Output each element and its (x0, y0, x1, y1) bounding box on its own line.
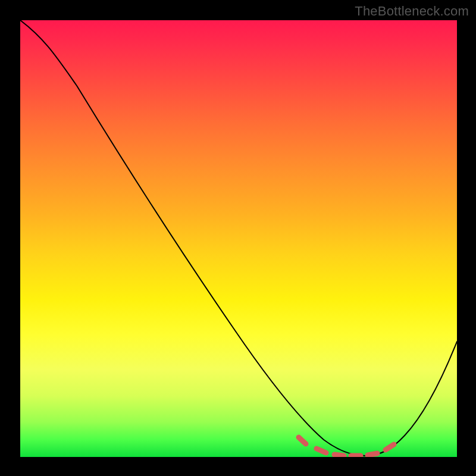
plot-area (20, 20, 457, 457)
marker-dot (368, 453, 377, 455)
curve-path (20, 20, 457, 456)
bottleneck-curve (20, 20, 457, 457)
chart-frame: TheBottleneck.com (0, 0, 476, 476)
marker-dot (334, 455, 344, 456)
marker-dot (317, 449, 326, 453)
marker-dot (299, 437, 306, 444)
watermark-text: TheBottleneck.com (355, 4, 469, 19)
marker-dot (386, 444, 394, 450)
trough-markers (299, 437, 394, 456)
